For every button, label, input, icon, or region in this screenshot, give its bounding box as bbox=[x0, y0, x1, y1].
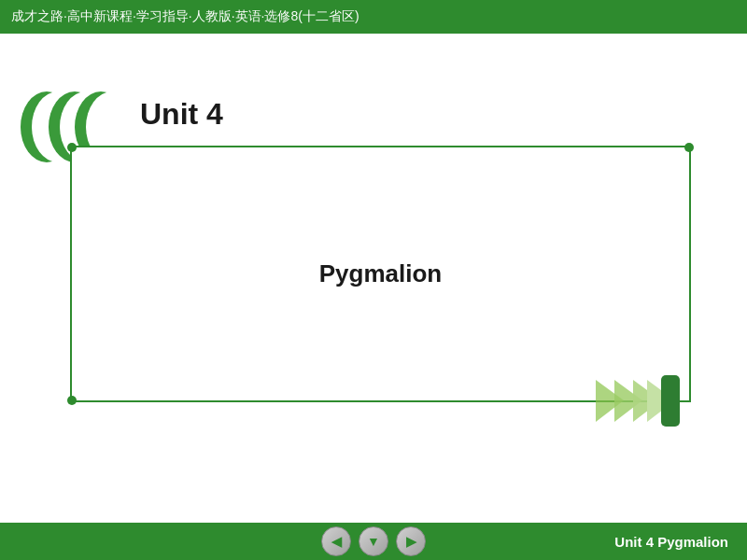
footer-bar: ◀ ▼ ▶ Unit 4 Pygmalion bbox=[0, 523, 747, 560]
corner-dot-bl bbox=[67, 396, 77, 405]
content-box: Pygmalion bbox=[70, 146, 691, 402]
unit-title: Unit 4 bbox=[140, 97, 223, 132]
right-chevron-svg bbox=[591, 375, 680, 427]
corner-dot-tl bbox=[67, 143, 77, 152]
main-content: Unit 4 Pygmalion bbox=[0, 34, 747, 523]
next-icon: ▶ bbox=[406, 534, 416, 549]
subtitle-text: Pygmalion bbox=[319, 259, 442, 288]
prev-button[interactable]: ◀ bbox=[321, 526, 351, 556]
footer-status: Unit 4 Pygmalion bbox=[614, 534, 728, 550]
down-icon: ▼ bbox=[367, 534, 380, 549]
next-button[interactable]: ▶ bbox=[396, 526, 426, 556]
corner-dot-tr bbox=[684, 143, 694, 152]
prev-icon: ◀ bbox=[331, 534, 342, 549]
header-bar: 成才之路·高中新课程·学习指导·人教版·英语·选修8(十二省区) bbox=[0, 0, 747, 34]
down-button[interactable]: ▼ bbox=[359, 526, 388, 556]
svg-rect-10 bbox=[661, 375, 680, 427]
header-title: 成才之路·高中新课程·学习指导·人教版·英语·选修8(十二省区) bbox=[11, 8, 359, 25]
right-decoration bbox=[591, 375, 680, 427]
footer-navigation: ◀ ▼ ▶ bbox=[321, 526, 426, 556]
